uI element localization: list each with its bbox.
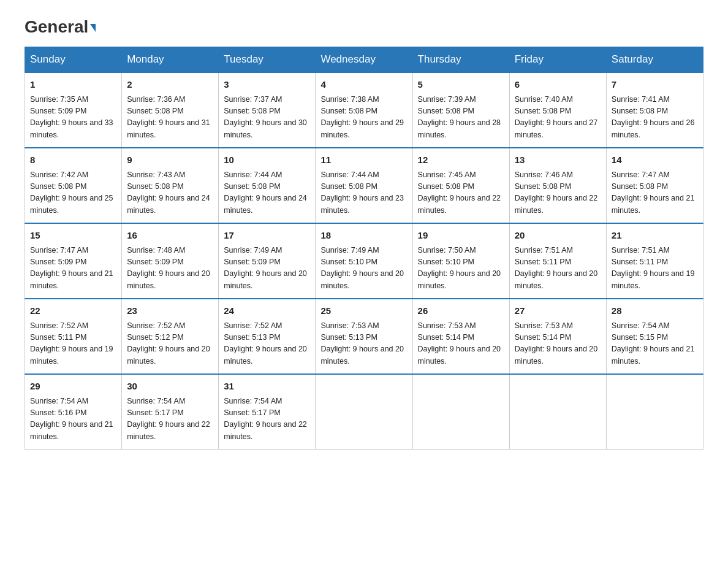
calendar-cell: 23Sunrise: 7:52 AMSunset: 5:12 PMDayligh… xyxy=(122,299,219,374)
calendar-cell xyxy=(509,374,606,450)
day-detail: Sunrise: 7:39 AMSunset: 5:08 PMDaylight:… xyxy=(418,94,504,142)
calendar-cell: 19Sunrise: 7:50 AMSunset: 5:10 PMDayligh… xyxy=(412,223,509,299)
day-detail: Sunrise: 7:49 AMSunset: 5:09 PMDaylight:… xyxy=(224,245,310,293)
day-number: 18 xyxy=(320,229,407,243)
calendar-week-1: 1Sunrise: 7:35 AMSunset: 5:09 PMDaylight… xyxy=(25,72,703,148)
day-number: 27 xyxy=(515,304,601,318)
day-detail: Sunrise: 7:54 AMSunset: 5:17 PMDaylight:… xyxy=(127,396,213,443)
calendar-cell: 11Sunrise: 7:44 AMSunset: 5:08 PMDayligh… xyxy=(316,148,412,223)
day-number: 2 xyxy=(127,78,213,92)
calendar-cell: 2Sunrise: 7:36 AMSunset: 5:08 PMDaylight… xyxy=(122,72,219,148)
day-detail: Sunrise: 7:47 AMSunset: 5:08 PMDaylight:… xyxy=(612,169,698,217)
calendar-cell: 14Sunrise: 7:47 AMSunset: 5:08 PMDayligh… xyxy=(606,148,703,223)
day-number: 22 xyxy=(30,304,116,318)
logo: General xyxy=(25,18,96,34)
day-detail: Sunrise: 7:42 AMSunset: 5:08 PMDaylight:… xyxy=(30,169,116,217)
day-detail: Sunrise: 7:47 AMSunset: 5:09 PMDaylight:… xyxy=(30,245,116,293)
day-number: 11 xyxy=(320,153,407,167)
calendar-cell: 15Sunrise: 7:47 AMSunset: 5:09 PMDayligh… xyxy=(25,223,122,299)
day-number: 8 xyxy=(30,153,116,167)
day-number: 1 xyxy=(30,78,116,92)
day-number: 16 xyxy=(127,229,213,243)
day-detail: Sunrise: 7:51 AMSunset: 5:11 PMDaylight:… xyxy=(612,245,698,293)
calendar-week-2: 8Sunrise: 7:42 AMSunset: 5:08 PMDaylight… xyxy=(25,148,703,223)
day-detail: Sunrise: 7:51 AMSunset: 5:11 PMDaylight:… xyxy=(515,245,601,293)
day-number: 17 xyxy=(224,229,310,243)
col-header-friday: Friday xyxy=(509,47,606,73)
calendar-cell: 5Sunrise: 7:39 AMSunset: 5:08 PMDaylight… xyxy=(412,72,509,148)
calendar-cell: 31Sunrise: 7:54 AMSunset: 5:17 PMDayligh… xyxy=(219,374,316,450)
day-number: 23 xyxy=(127,304,213,318)
day-number: 28 xyxy=(612,304,698,318)
day-detail: Sunrise: 7:52 AMSunset: 5:13 PMDaylight:… xyxy=(224,320,310,368)
day-detail: Sunrise: 7:45 AMSunset: 5:08 PMDaylight:… xyxy=(418,169,504,217)
day-number: 25 xyxy=(320,304,407,318)
day-number: 26 xyxy=(418,304,504,318)
calendar-cell: 16Sunrise: 7:48 AMSunset: 5:09 PMDayligh… xyxy=(122,223,219,299)
calendar-cell: 7Sunrise: 7:41 AMSunset: 5:08 PMDaylight… xyxy=(606,72,703,148)
calendar-cell xyxy=(316,374,412,450)
calendar-cell: 17Sunrise: 7:49 AMSunset: 5:09 PMDayligh… xyxy=(219,223,316,299)
day-number: 3 xyxy=(224,78,310,92)
day-number: 20 xyxy=(515,229,601,243)
day-number: 4 xyxy=(320,78,407,92)
calendar-cell xyxy=(412,374,509,450)
day-detail: Sunrise: 7:37 AMSunset: 5:08 PMDaylight:… xyxy=(224,94,310,142)
day-detail: Sunrise: 7:41 AMSunset: 5:08 PMDaylight:… xyxy=(612,94,698,142)
day-number: 13 xyxy=(515,153,601,167)
col-header-tuesday: Tuesday xyxy=(219,47,316,73)
day-detail: Sunrise: 7:48 AMSunset: 5:09 PMDaylight:… xyxy=(127,245,213,293)
calendar-week-5: 29Sunrise: 7:54 AMSunset: 5:16 PMDayligh… xyxy=(25,374,703,450)
day-detail: Sunrise: 7:52 AMSunset: 5:11 PMDaylight:… xyxy=(30,320,116,368)
calendar-cell: 1Sunrise: 7:35 AMSunset: 5:09 PMDaylight… xyxy=(25,72,122,148)
day-detail: Sunrise: 7:50 AMSunset: 5:10 PMDaylight:… xyxy=(418,245,504,293)
day-detail: Sunrise: 7:53 AMSunset: 5:14 PMDaylight:… xyxy=(418,320,504,368)
col-header-sunday: Sunday xyxy=(25,47,122,73)
day-detail: Sunrise: 7:54 AMSunset: 5:15 PMDaylight:… xyxy=(612,320,698,368)
day-number: 5 xyxy=(418,78,504,92)
logo-top: General xyxy=(25,18,96,36)
day-number: 7 xyxy=(612,78,698,92)
day-detail: Sunrise: 7:40 AMSunset: 5:08 PMDaylight:… xyxy=(515,94,601,142)
day-detail: Sunrise: 7:52 AMSunset: 5:12 PMDaylight:… xyxy=(127,320,213,368)
calendar-cell: 12Sunrise: 7:45 AMSunset: 5:08 PMDayligh… xyxy=(412,148,509,223)
col-header-thursday: Thursday xyxy=(412,47,509,73)
day-number: 19 xyxy=(418,229,504,243)
calendar-cell: 4Sunrise: 7:38 AMSunset: 5:08 PMDaylight… xyxy=(316,72,412,148)
calendar-cell: 13Sunrise: 7:46 AMSunset: 5:08 PMDayligh… xyxy=(509,148,606,223)
day-number: 9 xyxy=(127,153,213,167)
day-number: 15 xyxy=(30,229,116,243)
col-header-wednesday: Wednesday xyxy=(316,47,412,73)
day-number: 21 xyxy=(612,229,698,243)
day-detail: Sunrise: 7:36 AMSunset: 5:08 PMDaylight:… xyxy=(127,94,213,142)
day-detail: Sunrise: 7:35 AMSunset: 5:09 PMDaylight:… xyxy=(30,94,116,142)
calendar-cell: 29Sunrise: 7:54 AMSunset: 5:16 PMDayligh… xyxy=(25,374,122,450)
calendar-cell: 20Sunrise: 7:51 AMSunset: 5:11 PMDayligh… xyxy=(509,223,606,299)
calendar-cell: 25Sunrise: 7:53 AMSunset: 5:13 PMDayligh… xyxy=(316,299,412,374)
col-header-saturday: Saturday xyxy=(606,47,703,73)
day-detail: Sunrise: 7:38 AMSunset: 5:08 PMDaylight:… xyxy=(320,94,407,142)
calendar-cell: 27Sunrise: 7:53 AMSunset: 5:14 PMDayligh… xyxy=(509,299,606,374)
calendar-week-4: 22Sunrise: 7:52 AMSunset: 5:11 PMDayligh… xyxy=(25,299,703,374)
calendar-cell: 10Sunrise: 7:44 AMSunset: 5:08 PMDayligh… xyxy=(219,148,316,223)
calendar-cell: 22Sunrise: 7:52 AMSunset: 5:11 PMDayligh… xyxy=(25,299,122,374)
calendar-body: 1Sunrise: 7:35 AMSunset: 5:09 PMDaylight… xyxy=(25,72,703,450)
calendar-cell xyxy=(606,374,703,450)
day-detail: Sunrise: 7:46 AMSunset: 5:08 PMDaylight:… xyxy=(515,169,601,217)
day-detail: Sunrise: 7:54 AMSunset: 5:17 PMDaylight:… xyxy=(224,396,310,443)
day-number: 30 xyxy=(127,380,213,394)
calendar-cell: 3Sunrise: 7:37 AMSunset: 5:08 PMDaylight… xyxy=(219,72,316,148)
calendar-week-3: 15Sunrise: 7:47 AMSunset: 5:09 PMDayligh… xyxy=(25,223,703,299)
calendar-header-row: SundayMondayTuesdayWednesdayThursdayFrid… xyxy=(25,47,703,73)
col-header-monday: Monday xyxy=(122,47,219,73)
calendar-table: SundayMondayTuesdayWednesdayThursdayFrid… xyxy=(25,47,703,450)
calendar-cell: 24Sunrise: 7:52 AMSunset: 5:13 PMDayligh… xyxy=(219,299,316,374)
day-number: 12 xyxy=(418,153,504,167)
page-header: General xyxy=(25,18,703,34)
day-number: 6 xyxy=(515,78,601,92)
day-detail: Sunrise: 7:53 AMSunset: 5:13 PMDaylight:… xyxy=(320,320,407,368)
day-number: 31 xyxy=(224,380,310,394)
calendar-cell: 9Sunrise: 7:43 AMSunset: 5:08 PMDaylight… xyxy=(122,148,219,223)
day-detail: Sunrise: 7:49 AMSunset: 5:10 PMDaylight:… xyxy=(320,245,407,293)
calendar-cell: 28Sunrise: 7:54 AMSunset: 5:15 PMDayligh… xyxy=(606,299,703,374)
